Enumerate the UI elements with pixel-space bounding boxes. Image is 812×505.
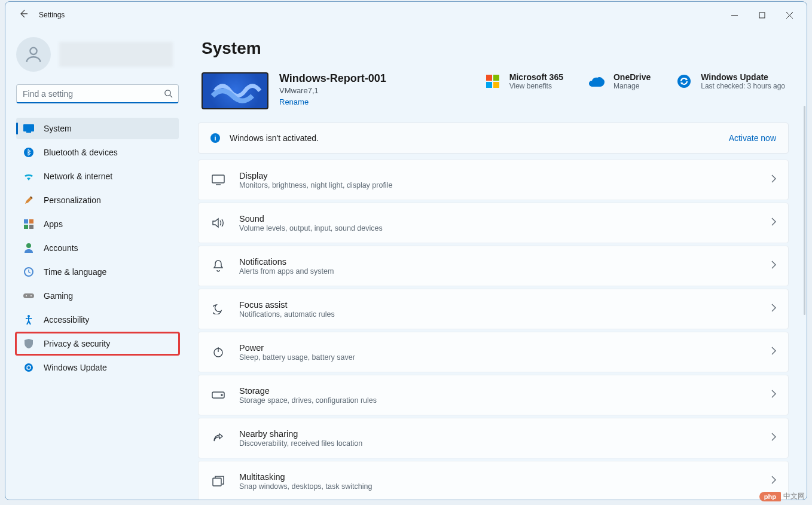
- svg-point-18: [30, 295, 32, 296]
- card-sub: Alerts from apps and system: [239, 267, 771, 276]
- display-icon: [210, 175, 226, 185]
- accessibility-icon: [23, 314, 34, 325]
- svg-rect-13: [29, 225, 33, 229]
- svg-rect-24: [493, 82, 499, 88]
- sidebar-item-label: Accessibility: [44, 315, 89, 325]
- card-focus-assist[interactable]: Focus assistNotifications, automatic rul…: [198, 289, 789, 329]
- person-icon: [23, 243, 34, 253]
- svg-point-31: [221, 394, 222, 396]
- onedrive-icon: [588, 73, 605, 90]
- device-thumbnail[interactable]: [202, 72, 268, 109]
- svg-rect-10: [24, 219, 28, 224]
- account-header[interactable]: [16, 35, 179, 74]
- sidebar-item-bluetooth[interactable]: Bluetooth & devices: [16, 142, 179, 163]
- sidebar-item-label: Apps: [44, 219, 63, 229]
- scrollbar[interactable]: [804, 106, 805, 315]
- quicklink-m365[interactable]: Microsoft 365View benefits: [484, 72, 563, 90]
- sidebar-item-label: Time & language: [44, 267, 106, 277]
- chevron-right-icon: [771, 390, 776, 400]
- card-display[interactable]: DisplayMonitors, brightness, night light…: [198, 160, 789, 200]
- card-title: Sound: [239, 214, 771, 224]
- svg-rect-16: [23, 293, 34, 298]
- card-title: Focus assist: [239, 300, 771, 310]
- gamepad-icon: [23, 290, 34, 301]
- card-storage[interactable]: StorageStorage space, drives, configurat…: [198, 375, 789, 415]
- card-nearby-sharing[interactable]: Nearby sharingDiscoverability, received …: [198, 418, 789, 458]
- sidebar-item-label: Accounts: [44, 243, 78, 253]
- search-input[interactable]: [16, 84, 179, 103]
- chevron-right-icon: [771, 476, 776, 486]
- page-title: System: [198, 39, 789, 58]
- banner-text: Windows isn't activated.: [230, 133, 319, 143]
- bell-icon: [210, 260, 226, 272]
- account-name-redacted: [59, 42, 173, 67]
- card-multitasking[interactable]: MultitaskingSnap windows, desktops, task…: [198, 461, 789, 500]
- chevron-right-icon: [771, 433, 776, 443]
- update-icon: [23, 362, 34, 373]
- quicklink-sub: Last checked: 3 hours ago: [701, 82, 785, 90]
- device-model: VMware7,1: [279, 86, 435, 95]
- chevron-right-icon: [771, 347, 776, 357]
- chevron-right-icon: [771, 261, 776, 271]
- sidebar-item-label: Gaming: [44, 291, 73, 301]
- svg-point-19: [28, 315, 30, 317]
- watermark: php 中文网: [759, 491, 805, 501]
- multitasking-icon: [210, 476, 226, 486]
- card-sub: Monitors, brightness, night light, displ…: [239, 181, 771, 189]
- svg-line-6: [170, 95, 172, 97]
- bluetooth-icon: [23, 147, 34, 158]
- avatar: [16, 37, 51, 72]
- sidebar-item-gaming[interactable]: Gaming: [16, 285, 179, 307]
- sidebar-item-network[interactable]: Network & internet: [16, 166, 179, 187]
- svg-rect-23: [486, 82, 492, 88]
- card-notifications[interactable]: NotificationsAlerts from apps and system: [198, 246, 789, 286]
- paintbrush-icon: [23, 195, 34, 206]
- close-button[interactable]: [776, 5, 803, 25]
- window-title: Settings: [39, 11, 65, 19]
- shield-icon: [23, 338, 34, 349]
- quicklink-title: Windows Update: [701, 72, 785, 82]
- sidebar-item-time-language[interactable]: Time & language: [16, 261, 179, 283]
- svg-point-25: [677, 75, 691, 88]
- sidebar-item-label: System: [44, 124, 72, 133]
- card-title: Nearby sharing: [239, 429, 771, 439]
- storage-icon: [210, 391, 226, 399]
- system-icon: [23, 123, 34, 134]
- minimize-button[interactable]: [721, 5, 748, 25]
- microsoft-365-icon: [484, 73, 501, 90]
- svg-point-4: [30, 48, 36, 54]
- device-name: Windows-Report-001: [279, 72, 435, 85]
- sidebar-item-label: Personalization: [44, 195, 101, 205]
- device-row: Windows-Report-001 VMware7,1 Rename Micr…: [198, 72, 789, 109]
- activate-now-link[interactable]: Activate now: [729, 133, 776, 143]
- nav: System Bluetooth & devices Network & int…: [16, 118, 179, 378]
- svg-rect-21: [486, 75, 492, 81]
- wifi-icon: [23, 171, 34, 182]
- sidebar-item-personalization[interactable]: Personalization: [16, 189, 179, 211]
- quicklink-windows-update[interactable]: Windows UpdateLast checked: 3 hours ago: [676, 72, 785, 90]
- chevron-right-icon: [771, 218, 776, 228]
- card-power[interactable]: PowerSleep, battery usage, battery saver: [198, 332, 789, 372]
- svg-rect-8: [26, 131, 31, 133]
- sidebar-item-accessibility[interactable]: Accessibility: [16, 309, 179, 330]
- card-title: Power: [239, 343, 771, 353]
- sidebar-item-system[interactable]: System: [16, 118, 179, 139]
- svg-rect-7: [23, 124, 34, 131]
- back-icon[interactable]: [19, 9, 28, 21]
- svg-rect-22: [493, 75, 499, 81]
- svg-rect-11: [29, 219, 33, 224]
- svg-point-17: [26, 295, 27, 296]
- sidebar-item-apps[interactable]: Apps: [16, 213, 179, 235]
- power-icon: [210, 347, 226, 357]
- card-title: Notifications: [239, 257, 771, 267]
- sidebar-item-accounts[interactable]: Accounts: [16, 237, 179, 259]
- sidebar-item-privacy-security[interactable]: Privacy & security: [16, 333, 179, 354]
- quicklink-onedrive[interactable]: OneDriveManage: [588, 72, 651, 90]
- activation-banner: i Windows isn't activated. Activate now: [198, 123, 789, 154]
- sidebar-item-windows-update[interactable]: Windows Update: [16, 357, 179, 378]
- watermark-text: 中文网: [783, 491, 805, 501]
- card-sound[interactable]: SoundVolume levels, output, input, sound…: [198, 203, 789, 243]
- rename-link[interactable]: Rename: [279, 97, 309, 106]
- maximize-button[interactable]: [748, 5, 776, 25]
- card-title: Display: [239, 171, 771, 180]
